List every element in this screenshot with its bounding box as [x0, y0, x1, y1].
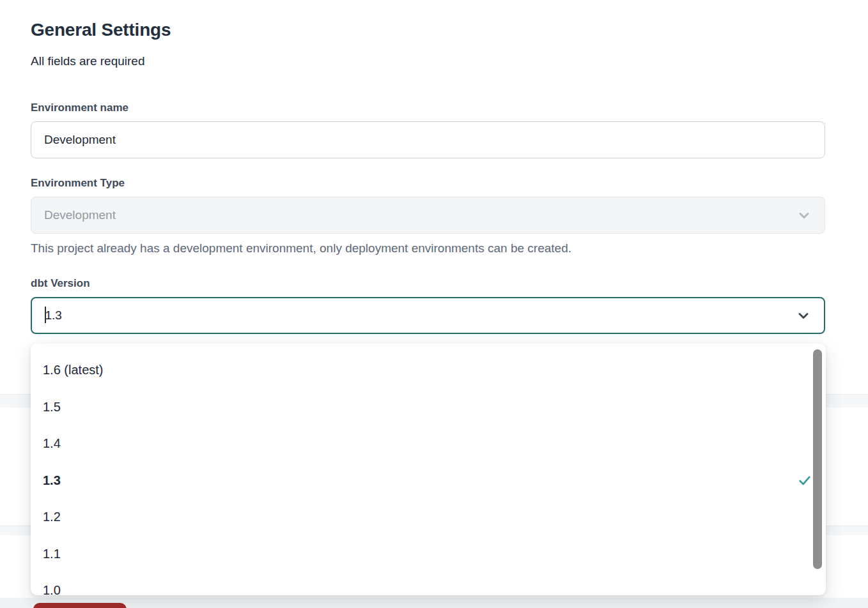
dropdown-option-1-3-selected[interactable]: 1.3 [31, 462, 826, 499]
check-icon [798, 473, 812, 487]
dbt-version-option-list: 1.6 (latest) 1.5 1.4 1.3 1.2 1.1 1.0 [31, 344, 826, 595]
environment-name-label: Environment name [31, 102, 128, 114]
dbt-version-select[interactable]: 1.3 [31, 297, 825, 334]
environment-type-select[interactable]: Development [31, 197, 825, 234]
environment-type-label: Environment Type [31, 177, 125, 190]
environment-type-helper: This project already has a development e… [31, 241, 571, 255]
page-subtitle: All fields are required [31, 54, 144, 68]
dropdown-option-1-1[interactable]: 1.1 [31, 536, 826, 573]
chevron-down-icon [796, 308, 811, 323]
dbt-version-dropdown: 1.6 (latest) 1.5 1.4 1.3 1.2 1.1 1.0 [31, 344, 826, 595]
footer-strip [0, 598, 868, 608]
delete-button-partial[interactable] [33, 603, 127, 608]
page-title: General Settings [31, 20, 171, 40]
dropdown-option-1-4[interactable]: 1.4 [31, 425, 826, 462]
chevron-down-icon [796, 208, 812, 223]
environment-type-value: Development [44, 208, 116, 222]
dbt-version-value: 1.3 [45, 308, 62, 323]
dbt-version-label: dbt Version [31, 277, 90, 290]
dropdown-option-1-2[interactable]: 1.2 [31, 499, 826, 536]
dropdown-scrollbar-thumb[interactable] [813, 349, 822, 569]
dropdown-option-1-5[interactable]: 1.5 [31, 389, 826, 426]
dropdown-option-1-6[interactable]: 1.6 (latest) [31, 352, 826, 389]
environment-name-input[interactable] [31, 121, 825, 158]
dropdown-option-1-0[interactable]: 1.0 [31, 572, 826, 595]
text-caret [45, 307, 46, 323]
general-settings-page: General Settings All fields are required… [0, 0, 868, 608]
